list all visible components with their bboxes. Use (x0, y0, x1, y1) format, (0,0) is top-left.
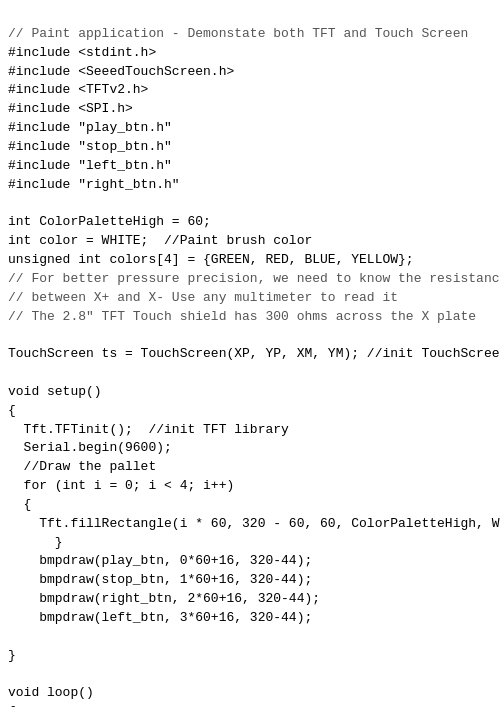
code-line: unsigned int colors[4] = {GREEN, RED, BL… (8, 251, 492, 270)
code-line: int color = WHITE; //Paint brush color (8, 232, 492, 251)
code-line: //Draw the pallet (8, 458, 492, 477)
code-line: for (int i = 0; i < 4; i++) (8, 477, 492, 496)
code-line: #include "play_btn.h" (8, 119, 492, 138)
code-line: { (8, 496, 492, 515)
code-line: #include <SeeedTouchScreen.h> (8, 63, 492, 82)
code-line: bmpdraw(left_btn, 3*60+16, 320-44); (8, 609, 492, 628)
code-line: #include "right_btn.h" (8, 176, 492, 195)
code-line: void loop() (8, 684, 492, 703)
code-line: Serial.begin(9600); (8, 439, 492, 458)
code-line (8, 364, 492, 383)
code-line: bmpdraw(stop_btn, 1*60+16, 320-44); (8, 571, 492, 590)
code-line: bmpdraw(right_btn, 2*60+16, 320-44); (8, 590, 492, 609)
code-line: { (8, 703, 492, 707)
code-line: int ColorPaletteHigh = 60; (8, 213, 492, 232)
code-line: #include "stop_btn.h" (8, 138, 492, 157)
code-line: Tft.TFTinit(); //init TFT library (8, 421, 492, 440)
code-line: #include <SPI.h> (8, 100, 492, 119)
code-line: #include <TFTv2.h> (8, 81, 492, 100)
code-line: bmpdraw(play_btn, 0*60+16, 320-44); (8, 552, 492, 571)
code-line: #include "left_btn.h" (8, 157, 492, 176)
code-editor: // Paint application - Demonstate both T… (0, 0, 500, 707)
code-line: } (8, 647, 492, 666)
code-line: } (8, 534, 492, 553)
code-line (8, 194, 492, 213)
code-line (8, 666, 492, 685)
code-line (8, 628, 492, 647)
code-line: Tft.fillRectangle(i * 60, 320 - 60, 60, … (8, 515, 492, 534)
code-line: // between X+ and X- Use any multimeter … (8, 289, 492, 308)
code-line: #include <stdint.h> (8, 44, 492, 63)
code-line: // For better pressure precision, we nee… (8, 270, 492, 289)
code-line: { (8, 402, 492, 421)
code-line: TouchScreen ts = TouchScreen(XP, YP, XM,… (8, 345, 492, 364)
code-line (8, 326, 492, 345)
code-line: void setup() (8, 383, 492, 402)
code-line: // The 2.8" TFT Touch shield has 300 ohm… (8, 308, 492, 327)
code-line: // Paint application - Demonstate both T… (8, 25, 492, 44)
